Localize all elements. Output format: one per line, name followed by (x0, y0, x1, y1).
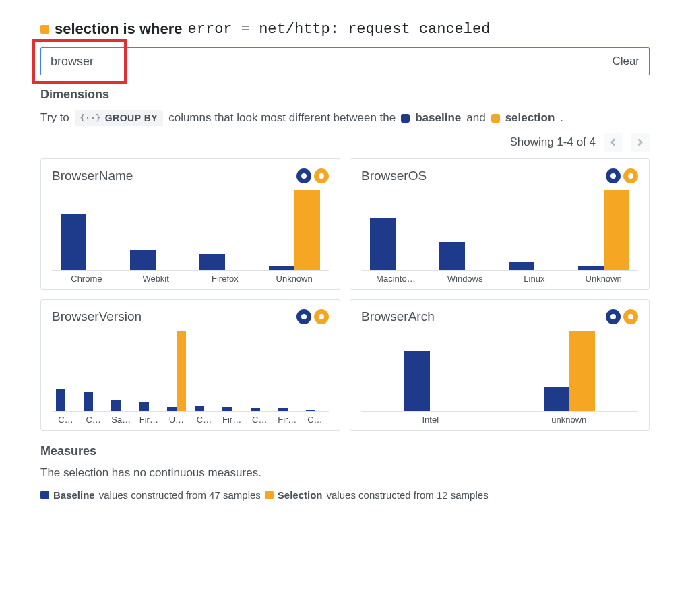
pager: Showing 1-4 of 4 (40, 133, 650, 152)
category-label: Fir… (274, 414, 301, 425)
card-head: BrowserOS (361, 168, 638, 183)
bar-baseline (278, 408, 288, 411)
category-group (191, 331, 217, 411)
chart-card[interactable]: BrowserArchIntelunknown (350, 299, 650, 431)
category-group (219, 331, 245, 411)
bar-baseline (370, 218, 396, 270)
bar-baseline (306, 410, 315, 411)
category-group (501, 190, 569, 270)
bar-baseline (139, 402, 149, 411)
footer-selection-label: Selection (278, 489, 323, 501)
selection-swatch-icon (40, 25, 49, 34)
chevron-left-icon (609, 138, 617, 146)
chart-title: BrowserOS (361, 168, 427, 183)
category-group (247, 331, 273, 411)
bar-selection (569, 331, 595, 411)
ring-baseline-icon[interactable] (606, 309, 621, 324)
category-group (361, 190, 429, 270)
hint-text: . (560, 111, 563, 125)
category-labels: Macinto…WindowsLinuxUnknown (361, 274, 638, 284)
chart-title: BrowserArch (361, 309, 435, 324)
search-box[interactable]: Clear (40, 47, 650, 75)
category-group (163, 331, 189, 411)
bar-baseline (222, 407, 232, 411)
category-label: C… (190, 414, 218, 425)
search-wrap: Clear (40, 47, 650, 75)
pager-status: Showing 1-4 of 4 (509, 135, 596, 149)
category-group (52, 190, 120, 270)
error-code: error = net/http: request canceled (188, 21, 491, 38)
category-group (431, 190, 499, 270)
bar-baseline (167, 407, 177, 411)
hint-text: Try to (40, 111, 69, 125)
category-label: Unknown (569, 274, 638, 284)
bar-baseline (199, 254, 225, 270)
selection-header: selection is where error = net/http: req… (40, 20, 650, 38)
category-label: C… (301, 414, 329, 425)
category-group (570, 190, 638, 270)
category-label: Windows (431, 274, 500, 284)
category-group (274, 331, 301, 411)
ring-baseline-icon[interactable] (296, 309, 311, 324)
ring-icons (606, 309, 638, 324)
ring-selection-icon[interactable] (623, 309, 638, 324)
category-group (303, 331, 329, 411)
pager-next-button[interactable] (631, 133, 650, 152)
bar-baseline (130, 250, 156, 270)
ring-baseline-icon[interactable] (606, 168, 621, 183)
category-label: C… (80, 414, 107, 425)
category-group (108, 331, 134, 411)
baseline-label: baseline (415, 111, 461, 125)
bar-baseline (84, 392, 93, 411)
bar-baseline (251, 408, 260, 411)
category-labels: ChromeWebkitFirefoxUnknown (52, 274, 329, 284)
chart-card[interactable]: BrowserNameChromeWebkitFirefoxUnknown (40, 158, 340, 290)
ring-icons (296, 309, 329, 324)
measures-title: Measures (40, 444, 650, 458)
groupby-chip[interactable]: {··} GROUP BY (75, 110, 163, 126)
search-input[interactable] (51, 48, 612, 75)
bar-baseline (509, 262, 534, 270)
chart-card[interactable]: BrowserOSMacinto…WindowsLinuxUnknown (350, 158, 650, 290)
hint-text: columns that look most different between… (168, 111, 396, 125)
ring-icons (296, 168, 329, 183)
chart-card[interactable]: BrowserVersionC…C…Sa…Fir…U…C…Fir…C…Fir…C… (40, 299, 340, 431)
ring-selection-icon[interactable] (314, 168, 329, 183)
clear-button[interactable]: Clear (612, 55, 639, 68)
category-label: Webkit (121, 274, 191, 284)
category-labels: Intelunknown (361, 414, 638, 425)
category-label: unknown (500, 414, 639, 425)
bar-selection (294, 190, 320, 270)
category-label: Linux (500, 274, 569, 284)
braces-icon: {··} (80, 113, 101, 123)
bar-baseline (578, 266, 604, 270)
ring-baseline-icon[interactable] (296, 168, 311, 183)
category-label: Fir… (218, 414, 246, 425)
groupby-label: GROUP BY (105, 113, 158, 123)
category-group (361, 331, 499, 411)
bar-selection (177, 331, 186, 411)
samples-footer: Baseline values constructed from 47 samp… (40, 489, 650, 501)
category-group (80, 331, 106, 411)
footer-selection-text: values constructed from 12 samples (327, 489, 489, 501)
footer-baseline-label: Baseline (53, 489, 95, 501)
card-head: BrowserName (52, 168, 329, 183)
category-group (52, 331, 78, 411)
category-group (261, 190, 329, 270)
ring-selection-icon[interactable] (314, 309, 329, 324)
bar-baseline (269, 266, 294, 270)
category-label: C… (52, 414, 80, 425)
pager-prev-button[interactable] (604, 133, 623, 152)
ring-selection-icon[interactable] (623, 168, 638, 183)
category-label: Firefox (191, 274, 260, 284)
ring-icons (606, 168, 638, 183)
category-label: C… (246, 414, 274, 425)
bar-selection (604, 190, 629, 270)
bar-baseline (544, 387, 569, 411)
bar-baseline (439, 242, 465, 270)
chart-grid: BrowserNameChromeWebkitFirefoxUnknownBro… (40, 158, 650, 431)
footer-baseline-text: values constructed from 47 samples (99, 489, 261, 501)
category-label: Unknown (259, 274, 329, 284)
measures-text: The selection has no continuous measures… (40, 466, 650, 480)
dimensions-title: Dimensions (40, 88, 650, 102)
